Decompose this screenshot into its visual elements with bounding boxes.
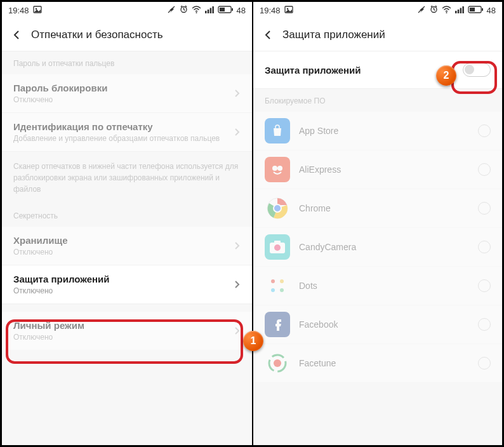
app-row[interactable]: Facetune: [253, 344, 502, 383]
item-storage[interactable]: Хранилище Отключено: [2, 227, 252, 265]
app-icon: [265, 157, 290, 182]
page-title: Защита приложений: [282, 29, 385, 41]
app-icon: [265, 118, 290, 143]
svg-point-34: [271, 288, 275, 292]
svg-rect-6: [207, 10, 209, 13]
app-row[interactable]: Chrome: [253, 189, 502, 228]
vibrate-icon: [167, 5, 176, 16]
app-name: Facetune: [299, 358, 469, 368]
item-subtitle: Добавление и управление образцами отпеча…: [13, 134, 220, 143]
radio-icon[interactable]: [478, 124, 491, 137]
svg-rect-17: [455, 11, 457, 13]
item-title: Личный режим: [13, 320, 84, 331]
section-header: Секретность: [2, 204, 252, 227]
item-subtitle: Отключено: [13, 333, 84, 342]
app-name: AliExpress: [299, 164, 469, 175]
svg-point-25: [277, 166, 282, 171]
svg-point-32: [271, 279, 275, 283]
section-header: Блокируемое ПО: [253, 89, 502, 112]
app-icon: [265, 350, 290, 376]
callout-2: 2: [436, 65, 456, 86]
svg-point-16: [446, 12, 447, 13]
app-row[interactable]: Dots: [253, 267, 502, 305]
radio-icon[interactable]: [478, 202, 491, 215]
svg-rect-7: [209, 8, 211, 13]
app-icon: [265, 196, 290, 221]
item-lock-password[interactable]: Пароль блокировки Отключено: [2, 74, 252, 113]
status-time: 19:48: [8, 6, 29, 15]
svg-rect-20: [462, 6, 464, 13]
svg-point-24: [272, 166, 277, 171]
item-fingerprint-id[interactable]: Идентификация по отпечатку Добавление и …: [2, 113, 252, 152]
header: Отпечатки и безопасность: [2, 18, 252, 51]
svg-rect-23: [470, 8, 475, 11]
svg-rect-22: [482, 8, 483, 11]
svg-point-35: [280, 288, 284, 292]
item-subtitle: Отключено: [13, 248, 68, 257]
signal-icon: [455, 6, 464, 15]
app-name: Facebook: [299, 319, 469, 330]
app-name: CandyCamera: [299, 242, 469, 252]
svg-point-37: [274, 359, 281, 367]
back-icon[interactable]: [11, 29, 22, 41]
svg-point-33: [280, 279, 284, 283]
svg-point-1: [35, 8, 37, 10]
item-app-protection[interactable]: Защита приложений Отключено: [2, 265, 252, 304]
svg-rect-18: [457, 10, 459, 13]
radio-icon[interactable]: [478, 241, 491, 253]
app-icon: [265, 234, 290, 260]
wifi-icon: [442, 6, 451, 15]
app-name: Dots: [299, 281, 469, 291]
app-icon: [265, 312, 290, 337]
battery-level: 48: [487, 6, 496, 15]
app-name: Chrome: [299, 203, 469, 213]
chevron-right-icon: [233, 128, 241, 137]
app-name: App Store: [299, 126, 469, 136]
screenshot-icon: [33, 6, 42, 15]
svg-line-14: [418, 6, 425, 13]
chevron-right-icon: [233, 326, 241, 335]
back-icon[interactable]: [262, 29, 274, 41]
app-row[interactable]: App Store: [253, 112, 502, 150]
header: Защита приложений: [253, 18, 502, 51]
status-time: 19:48: [260, 6, 281, 15]
svg-point-13: [286, 8, 288, 10]
vibrate-icon: [417, 5, 426, 16]
svg-point-31: [274, 244, 281, 251]
radio-icon[interactable]: [478, 318, 491, 331]
info-text: Сканер отпечатков в нижней части телефон…: [2, 152, 252, 204]
chevron-right-icon: [233, 241, 241, 250]
svg-rect-8: [212, 6, 214, 13]
alarm-icon: [430, 5, 438, 15]
app-row[interactable]: CandyCamera: [253, 228, 502, 267]
item-subtitle: Отключено: [13, 95, 107, 104]
screenshot-icon: [284, 6, 293, 15]
alarm-icon: [180, 5, 188, 15]
page-title: Отпечатки и безопасность: [31, 29, 163, 41]
battery-level: 48: [237, 6, 246, 15]
toggle-label: Защита приложений: [265, 65, 361, 76]
svg-point-28: [274, 204, 281, 212]
svg-rect-11: [220, 8, 225, 11]
item-subtitle: Отключено: [13, 286, 110, 295]
item-title: Пароль блокировки: [13, 83, 107, 93]
status-bar: 19:48 48: [2, 2, 252, 18]
toggle-app-protection[interactable]: Защита приложений: [253, 51, 502, 89]
chevron-right-icon: [233, 89, 241, 98]
svg-rect-30: [274, 241, 281, 244]
signal-icon: [205, 6, 214, 15]
item-title: Хранилище: [13, 235, 68, 246]
battery-icon: [218, 6, 233, 15]
app-row[interactable]: AliExpress: [253, 150, 502, 189]
toggle-switch[interactable]: [463, 63, 491, 77]
item-title: Идентификация по отпечатку: [13, 121, 220, 132]
item-private-mode[interactable]: Личный режим Отключено: [2, 304, 252, 350]
battery-icon: [468, 6, 483, 15]
radio-icon[interactable]: [478, 279, 491, 292]
svg-point-4: [196, 12, 197, 13]
radio-icon[interactable]: [478, 357, 491, 370]
app-row[interactable]: Facebook: [253, 305, 502, 344]
svg-rect-19: [460, 8, 461, 13]
radio-icon[interactable]: [478, 163, 491, 176]
svg-rect-5: [205, 11, 207, 13]
